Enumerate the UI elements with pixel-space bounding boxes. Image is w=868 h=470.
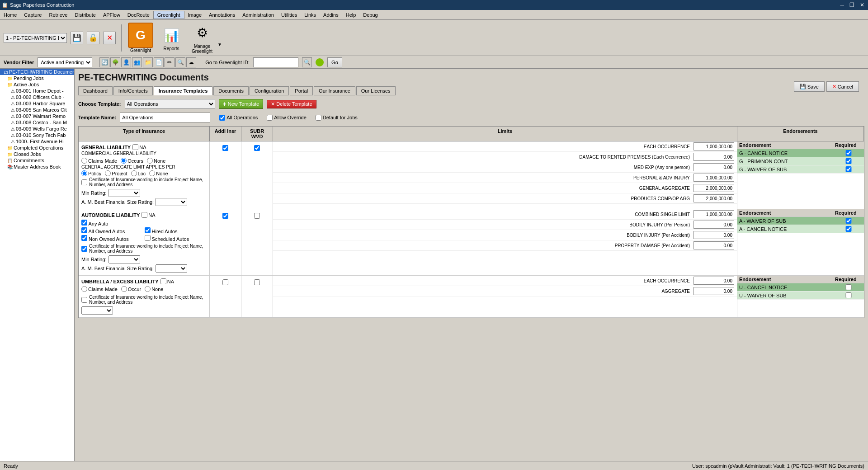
gl-general-aggregate-input[interactable] (693, 184, 734, 192)
umb-rating-select[interactable] (81, 306, 113, 315)
umb-subr-wvd-checkbox[interactable] (254, 279, 260, 285)
menu-links[interactable]: Links (301, 11, 320, 19)
al-am-best-select[interactable] (156, 264, 187, 273)
gl-waiver-sub-checkbox[interactable] (835, 166, 862, 172)
tab-info-contacts[interactable]: Info/Contacts (113, 86, 153, 95)
gl-none-radio[interactable] (147, 158, 153, 164)
gl-subr-wvd-checkbox[interactable] (254, 145, 260, 151)
al-subr-wvd-checkbox[interactable] (254, 213, 260, 219)
gl-loc-label[interactable]: Loc (131, 170, 146, 176)
greenlight-toolbar-icon[interactable]: G Greenlight (127, 23, 154, 53)
template-select[interactable]: All Operations Operations (125, 99, 215, 109)
manage-greenlight-toolbar-icon[interactable]: ⚙ Manage Greenlight (189, 22, 216, 54)
tab-configuration[interactable]: Configuration (250, 86, 289, 95)
all-operations-checkbox[interactable] (219, 115, 225, 121)
al-bodily-injury-accident-input[interactable] (693, 231, 734, 239)
sidebar-item-03001[interactable]: ⚠ 03-001 Home Depot - (0, 88, 74, 94)
gl-none2-label[interactable]: None (149, 170, 168, 176)
gl-each-occurrence-input[interactable] (693, 142, 734, 150)
menu-apflow[interactable]: APFlow (99, 11, 124, 19)
menu-utilities[interactable]: Utilities (278, 11, 301, 19)
gl-products-comp-input[interactable] (693, 194, 734, 202)
gl-cancel-notice-checkbox[interactable] (835, 150, 862, 156)
gl-none-label[interactable]: None (147, 158, 165, 164)
go-button[interactable]: Go (327, 57, 342, 67)
gl-damage-rented-input[interactable] (693, 153, 734, 161)
umb-occur-radio[interactable] (121, 286, 127, 292)
search-icon[interactable]: 🔍 (302, 57, 312, 67)
goto-input[interactable] (253, 57, 298, 67)
al-scheduled-checkbox[interactable] (145, 235, 151, 241)
menu-distribute[interactable]: Distribute (71, 11, 99, 19)
unlock-button[interactable]: 🔓 (87, 32, 99, 44)
tree-icon[interactable]: 🌳 (110, 57, 120, 67)
sidebar-item-03002[interactable]: ⚠ 03-002 Officers Club - (0, 94, 74, 100)
umb-aggregate-input[interactable] (693, 287, 734, 295)
folder-icon[interactable]: 📁 (143, 57, 153, 67)
al-scheduled-label[interactable]: Scheduled Autos (145, 235, 207, 242)
menu-home[interactable]: Home (0, 11, 20, 19)
menu-help[interactable]: Help (342, 11, 360, 19)
person-icon[interactable]: 👤 (121, 57, 131, 67)
umb-waiver-sub-checkbox[interactable] (835, 292, 862, 298)
sidebar-item-completed[interactable]: 📁 Completed Operations (0, 145, 74, 151)
dropdown-arrow[interactable]: ▼ (217, 42, 222, 47)
menu-addins[interactable]: Addins (320, 11, 342, 19)
group-icon[interactable]: 👥 (132, 57, 142, 67)
al-all-owned-label[interactable]: All Owned Autos (81, 227, 144, 234)
umb-each-occurrence-input[interactable] (693, 277, 734, 285)
menu-capture[interactable]: Capture (20, 11, 45, 19)
gl-prim-non-cont-checkbox[interactable] (835, 158, 862, 164)
sidebar-item-1000[interactable]: ⚠ 1000- First Avenue Hi (0, 138, 74, 145)
al-addl-insr-checkbox[interactable] (222, 213, 228, 219)
al-min-rating-select[interactable] (108, 255, 140, 263)
cancel-button[interactable]: ✕ Cancel (826, 81, 859, 92)
gl-policy-label[interactable]: Policy (81, 170, 101, 176)
al-na-checkbox[interactable] (142, 212, 147, 218)
gl-am-best-select[interactable] (156, 198, 187, 206)
refresh-icon[interactable]: 🔄 (99, 57, 109, 67)
sidebar-item-closed[interactable]: 📁 Closed Jobs (0, 151, 74, 157)
umb-occur-label[interactable]: Occur (121, 286, 141, 292)
gl-project-radio[interactable] (105, 170, 111, 176)
umb-claims-made-radio[interactable] (81, 286, 87, 292)
sidebar-item-commitments[interactable]: 📋 Commitments (0, 157, 74, 164)
gl-addl-insr-checkbox[interactable] (222, 145, 228, 151)
tab-our-licenses[interactable]: Our Licenses (356, 86, 396, 95)
tab-documents[interactable]: Documents (213, 86, 249, 95)
al-all-owned-checkbox[interactable] (81, 227, 87, 233)
filter-icon2[interactable]: 🔍 (175, 57, 185, 67)
umb-claims-made-label[interactable]: Claims-Made (81, 286, 118, 292)
al-any-auto-label[interactable]: Any Auto (81, 220, 144, 226)
reports-toolbar-icon[interactable]: 📊 Reports (158, 24, 185, 51)
sidebar-item-03003[interactable]: ⚠ 03-003 Harbor Square (0, 100, 74, 107)
al-property-damage-input[interactable] (693, 241, 734, 249)
sidebar-item-03008[interactable]: ⚠ 03-008 Costco - San M (0, 119, 74, 126)
close-button[interactable]: ✕ (858, 2, 866, 8)
template-name-input[interactable] (120, 113, 210, 122)
gl-personal-adv-input[interactable] (693, 174, 734, 182)
menu-debug[interactable]: Debug (359, 11, 381, 19)
umb-none-radio[interactable] (145, 286, 151, 292)
gl-cert-checkbox[interactable] (81, 179, 87, 185)
gl-na-checkbox[interactable] (132, 144, 138, 150)
tab-dashboard[interactable]: Dashboard (78, 86, 113, 95)
al-hired-checkbox[interactable] (145, 227, 151, 233)
al-cert-checkbox[interactable] (81, 246, 87, 252)
al-any-auto-checkbox[interactable] (81, 220, 87, 226)
menu-annotations[interactable]: Annotations (205, 11, 239, 19)
cancel-toolbar-button[interactable]: ✕ (103, 32, 116, 44)
sidebar-item-master[interactable]: 📚 Master Address Book (0, 164, 74, 170)
cloud-icon[interactable]: ☁ (186, 57, 196, 67)
edit-icon[interactable]: ✏ (165, 57, 175, 67)
doc-icon[interactable]: 📄 (154, 57, 164, 67)
gl-loc-radio[interactable] (131, 170, 137, 176)
umb-addl-insr-checkbox[interactable] (222, 279, 228, 285)
sidebar-item-03009[interactable]: ⚠ 03-009 Wells Fargo Re (0, 126, 74, 132)
al-non-owned-label[interactable]: Non Owned Autos (81, 235, 144, 242)
save-button[interactable]: 💾 Save (794, 81, 825, 92)
al-non-owned-checkbox[interactable] (81, 235, 87, 241)
delete-template-button[interactable]: ✕ Delete Template (267, 100, 316, 108)
menu-greenlight[interactable]: Greenlight (153, 11, 184, 19)
al-waiver-sub-checkbox[interactable] (835, 218, 862, 224)
